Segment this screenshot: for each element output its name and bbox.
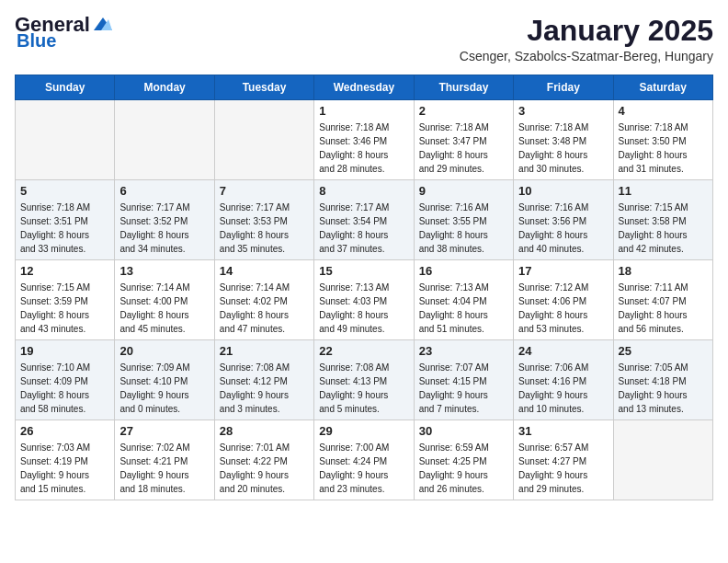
calendar-cell: 1Sunrise: 7:18 AM Sunset: 3:46 PM Daylig… <box>314 100 414 180</box>
day-info: Sunrise: 6:59 AM Sunset: 4:25 PM Dayligh… <box>419 441 508 496</box>
day-number: 11 <box>619 184 708 198</box>
calendar-cell: 28Sunrise: 7:01 AM Sunset: 4:22 PM Dayli… <box>214 420 313 500</box>
day-info: Sunrise: 7:06 AM Sunset: 4:16 PM Dayligh… <box>518 361 608 416</box>
calendar-cell: 5Sunrise: 7:18 AM Sunset: 3:51 PM Daylig… <box>16 180 115 260</box>
calendar-cell: 19Sunrise: 7:10 AM Sunset: 4:09 PM Dayli… <box>16 340 115 420</box>
day-info: Sunrise: 7:14 AM Sunset: 4:00 PM Dayligh… <box>119 281 209 336</box>
calendar-week-row: 26Sunrise: 7:03 AM Sunset: 4:19 PM Dayli… <box>16 420 713 500</box>
calendar-cell: 20Sunrise: 7:09 AM Sunset: 4:10 PM Dayli… <box>115 340 214 420</box>
day-info: Sunrise: 7:11 AM Sunset: 4:07 PM Dayligh… <box>619 281 708 336</box>
calendar-cell: 4Sunrise: 7:18 AM Sunset: 3:50 PM Daylig… <box>613 100 712 180</box>
calendar-cell: 21Sunrise: 7:08 AM Sunset: 4:12 PM Dayli… <box>214 340 313 420</box>
day-info: Sunrise: 7:18 AM Sunset: 3:48 PM Dayligh… <box>518 121 608 176</box>
day-info: Sunrise: 7:09 AM Sunset: 4:10 PM Dayligh… <box>119 361 209 416</box>
day-info: Sunrise: 7:10 AM Sunset: 4:09 PM Dayligh… <box>20 361 109 416</box>
weekday-header-saturday: Saturday <box>613 75 712 100</box>
day-info: Sunrise: 7:00 AM Sunset: 4:24 PM Dayligh… <box>319 441 408 496</box>
calendar-cell: 7Sunrise: 7:17 AM Sunset: 3:53 PM Daylig… <box>214 180 313 260</box>
day-number: 31 <box>518 424 608 438</box>
day-number: 2 <box>419 104 508 118</box>
title-block: January 2025 Csenger, Szabolcs-Szatmar-B… <box>460 15 713 63</box>
day-number: 26 <box>20 424 109 438</box>
day-number: 9 <box>419 184 508 198</box>
day-number: 20 <box>119 344 209 358</box>
day-number: 12 <box>20 264 109 278</box>
day-info: Sunrise: 7:03 AM Sunset: 4:19 PM Dayligh… <box>20 441 109 496</box>
calendar-cell: 25Sunrise: 7:05 AM Sunset: 4:18 PM Dayli… <box>613 340 712 420</box>
day-number: 24 <box>518 344 608 358</box>
calendar-cell: 26Sunrise: 7:03 AM Sunset: 4:19 PM Dayli… <box>16 420 115 500</box>
day-number: 7 <box>220 184 309 198</box>
day-number: 6 <box>119 184 209 198</box>
calendar-cell: 31Sunrise: 6:57 AM Sunset: 4:27 PM Dayli… <box>514 420 613 500</box>
calendar-cell: 6Sunrise: 7:17 AM Sunset: 3:52 PM Daylig… <box>115 180 214 260</box>
calendar-cell: 15Sunrise: 7:13 AM Sunset: 4:03 PM Dayli… <box>314 260 414 340</box>
calendar-cell: 3Sunrise: 7:18 AM Sunset: 3:48 PM Daylig… <box>514 100 613 180</box>
day-info: Sunrise: 7:13 AM Sunset: 4:04 PM Dayligh… <box>419 281 508 336</box>
day-number: 15 <box>319 264 408 278</box>
calendar-cell: 16Sunrise: 7:13 AM Sunset: 4:04 PM Dayli… <box>414 260 513 340</box>
month-title: January 2025 <box>460 15 713 47</box>
day-number: 22 <box>319 344 408 358</box>
weekday-header-row: SundayMondayTuesdayWednesdayThursdayFrid… <box>16 75 713 100</box>
calendar-cell: 17Sunrise: 7:12 AM Sunset: 4:06 PM Dayli… <box>514 260 613 340</box>
day-number: 27 <box>119 424 209 438</box>
day-info: Sunrise: 7:18 AM Sunset: 3:51 PM Dayligh… <box>20 201 109 256</box>
day-number: 21 <box>220 344 309 358</box>
logo-blue: Blue <box>17 31 56 50</box>
weekday-header-thursday: Thursday <box>414 75 513 100</box>
day-info: Sunrise: 6:57 AM Sunset: 4:27 PM Dayligh… <box>518 441 608 496</box>
calendar-cell: 22Sunrise: 7:08 AM Sunset: 4:13 PM Dayli… <box>314 340 414 420</box>
day-number: 25 <box>619 344 708 358</box>
weekday-header-tuesday: Tuesday <box>214 75 313 100</box>
calendar-cell <box>613 420 712 500</box>
calendar-cell: 12Sunrise: 7:15 AM Sunset: 3:59 PM Dayli… <box>16 260 115 340</box>
calendar-cell: 11Sunrise: 7:15 AM Sunset: 3:58 PM Dayli… <box>613 180 712 260</box>
calendar-cell: 13Sunrise: 7:14 AM Sunset: 4:00 PM Dayli… <box>115 260 214 340</box>
day-number: 1 <box>319 104 408 118</box>
day-info: Sunrise: 7:15 AM Sunset: 3:58 PM Dayligh… <box>619 201 708 256</box>
calendar-cell: 9Sunrise: 7:16 AM Sunset: 3:55 PM Daylig… <box>414 180 513 260</box>
day-info: Sunrise: 7:17 AM Sunset: 3:52 PM Dayligh… <box>119 201 209 256</box>
day-number: 28 <box>220 424 309 438</box>
weekday-header-monday: Monday <box>115 75 214 100</box>
day-number: 18 <box>619 264 708 278</box>
day-info: Sunrise: 7:08 AM Sunset: 4:12 PM Dayligh… <box>220 361 309 416</box>
day-info: Sunrise: 7:18 AM Sunset: 3:50 PM Dayligh… <box>619 121 708 176</box>
day-info: Sunrise: 7:18 AM Sunset: 3:46 PM Dayligh… <box>319 121 408 176</box>
calendar-week-row: 12Sunrise: 7:15 AM Sunset: 3:59 PM Dayli… <box>16 260 713 340</box>
day-number: 16 <box>419 264 508 278</box>
calendar-cell: 30Sunrise: 6:59 AM Sunset: 4:25 PM Dayli… <box>414 420 513 500</box>
day-info: Sunrise: 7:18 AM Sunset: 3:47 PM Dayligh… <box>419 121 508 176</box>
day-number: 5 <box>20 184 109 198</box>
calendar-cell: 8Sunrise: 7:17 AM Sunset: 3:54 PM Daylig… <box>314 180 414 260</box>
day-number: 10 <box>518 184 608 198</box>
day-number: 8 <box>319 184 408 198</box>
day-info: Sunrise: 7:14 AM Sunset: 4:02 PM Dayligh… <box>220 281 309 336</box>
calendar-week-row: 5Sunrise: 7:18 AM Sunset: 3:51 PM Daylig… <box>16 180 713 260</box>
calendar-week-row: 19Sunrise: 7:10 AM Sunset: 4:09 PM Dayli… <box>16 340 713 420</box>
logo-icon <box>92 16 112 32</box>
day-info: Sunrise: 7:08 AM Sunset: 4:13 PM Dayligh… <box>319 361 408 416</box>
calendar-cell <box>115 100 214 180</box>
day-info: Sunrise: 7:15 AM Sunset: 3:59 PM Dayligh… <box>20 281 109 336</box>
day-number: 3 <box>518 104 608 118</box>
day-info: Sunrise: 7:16 AM Sunset: 3:56 PM Dayligh… <box>518 201 608 256</box>
day-number: 17 <box>518 264 608 278</box>
calendar-cell <box>16 100 115 180</box>
calendar-cell: 29Sunrise: 7:00 AM Sunset: 4:24 PM Dayli… <box>314 420 414 500</box>
day-info: Sunrise: 7:16 AM Sunset: 3:55 PM Dayligh… <box>419 201 508 256</box>
day-info: Sunrise: 7:12 AM Sunset: 4:06 PM Dayligh… <box>518 281 608 336</box>
calendar-table: SundayMondayTuesdayWednesdayThursdayFrid… <box>15 75 713 500</box>
calendar-cell: 24Sunrise: 7:06 AM Sunset: 4:16 PM Dayli… <box>514 340 613 420</box>
day-info: Sunrise: 7:07 AM Sunset: 4:15 PM Dayligh… <box>419 361 508 416</box>
calendar-cell: 2Sunrise: 7:18 AM Sunset: 3:47 PM Daylig… <box>414 100 513 180</box>
weekday-header-friday: Friday <box>514 75 613 100</box>
day-number: 30 <box>419 424 508 438</box>
location-subtitle: Csenger, Szabolcs-Szatmar-Bereg, Hungary <box>460 49 713 63</box>
day-info: Sunrise: 7:02 AM Sunset: 4:21 PM Dayligh… <box>119 441 209 496</box>
day-info: Sunrise: 7:01 AM Sunset: 4:22 PM Dayligh… <box>220 441 309 496</box>
weekday-header-sunday: Sunday <box>16 75 115 100</box>
day-number: 19 <box>20 344 109 358</box>
day-info: Sunrise: 7:17 AM Sunset: 3:53 PM Dayligh… <box>220 201 309 256</box>
